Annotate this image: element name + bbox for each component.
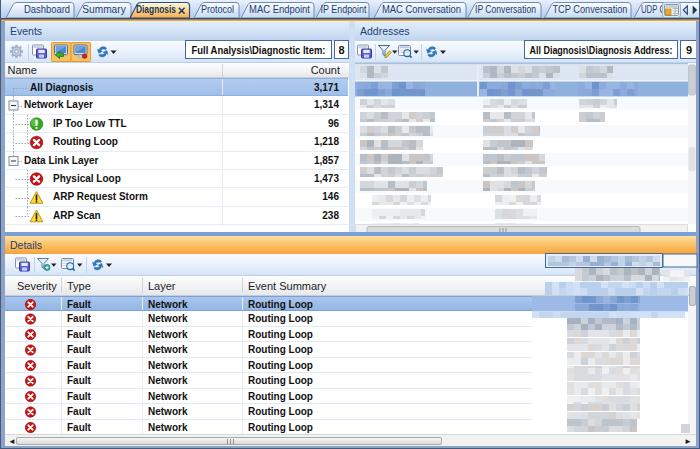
svg-text:UDP C: UDP C: [641, 3, 665, 15]
svg-text:Summary: Summary: [82, 3, 126, 15]
svg-text:Full Analysis\Diagnostic Item:: Full Analysis\Diagnostic Item:: [192, 44, 326, 56]
svg-text:Diagnosis: Diagnosis: [136, 3, 176, 15]
svg-text:IP Endpoint: IP Endpoint: [321, 3, 367, 15]
svg-text:MAC Endpoint: MAC Endpoint: [249, 3, 310, 15]
svg-text:MAC Conversation: MAC Conversation: [382, 3, 461, 15]
svg-text:Dashboard: Dashboard: [24, 3, 70, 15]
svg-text:All Diagnosis\Diagnosis Addres: All Diagnosis\Diagnosis Address:: [530, 44, 673, 56]
svg-text:IP Conversation: IP Conversation: [475, 3, 536, 15]
svg-text:9: 9: [686, 44, 692, 56]
svg-text:TCP Conversation: TCP Conversation: [553, 3, 628, 15]
svg-text:8: 8: [338, 44, 344, 56]
svg-text:Protocol: Protocol: [201, 3, 234, 15]
